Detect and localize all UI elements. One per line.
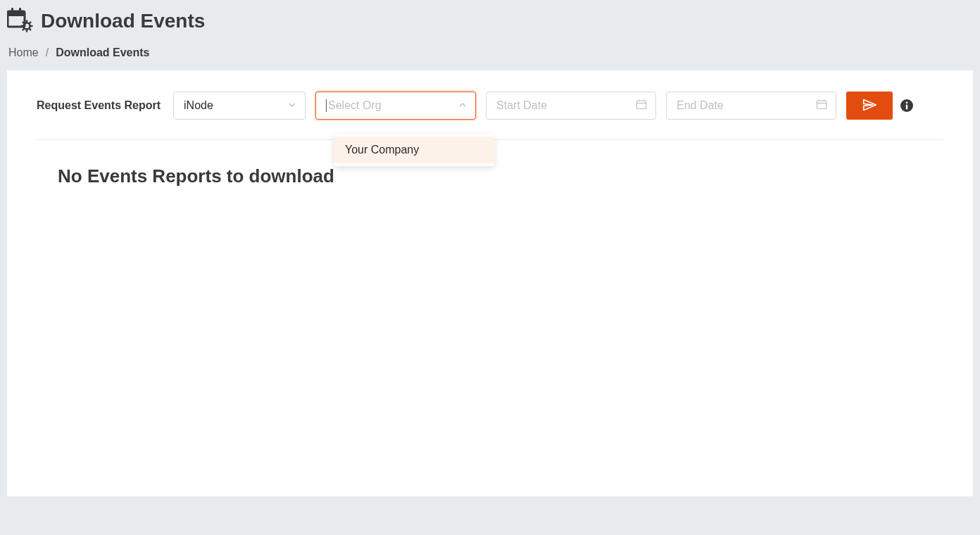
svg-line-12 (23, 29, 24, 30)
calendar-icon (636, 99, 647, 113)
svg-line-11 (30, 23, 30, 23)
text-cursor (326, 99, 327, 112)
chevron-up-icon (458, 99, 467, 112)
inode-select[interactable]: iNode (173, 92, 306, 120)
calendar-icon (816, 99, 827, 113)
filter-label: Request Events Report (37, 99, 161, 112)
svg-rect-13 (637, 101, 646, 109)
send-button[interactable] (846, 92, 893, 120)
svg-line-9 (23, 23, 24, 23)
svg-rect-23 (906, 105, 907, 110)
svg-line-10 (30, 29, 30, 30)
svg-rect-1 (8, 11, 25, 16)
title-row: Download Events (7, 7, 973, 35)
start-date-input[interactable]: Start Date (486, 92, 656, 120)
page-header: Download Events Home / Download Events (0, 0, 980, 59)
breadcrumb: Home / Download Events (7, 46, 973, 59)
breadcrumb-separator: / (46, 46, 49, 59)
send-icon (862, 98, 877, 114)
inode-select-value: iNode (184, 99, 213, 112)
start-date-placeholder: Start Date (496, 99, 547, 112)
org-dropdown-item[interactable]: Your Company (334, 137, 494, 163)
filter-row: Request Events Report iNode Select Org S… (37, 92, 943, 140)
org-select[interactable]: Select Org (315, 92, 476, 120)
org-dropdown: Your Company (334, 134, 494, 166)
calendar-settings-icon (7, 7, 34, 35)
svg-rect-17 (817, 101, 827, 109)
end-date-placeholder: End Date (677, 99, 724, 112)
svg-point-22 (906, 101, 908, 103)
chevron-down-icon (288, 99, 296, 112)
svg-rect-2 (11, 8, 13, 13)
info-icon[interactable] (900, 99, 914, 113)
org-select-placeholder: Select Org (328, 99, 382, 112)
end-date-input[interactable]: End Date (666, 92, 836, 120)
svg-rect-3 (19, 8, 21, 13)
breadcrumb-current: Download Events (56, 46, 149, 59)
page-title: Download Events (41, 10, 205, 32)
breadcrumb-home[interactable]: Home (8, 46, 39, 59)
